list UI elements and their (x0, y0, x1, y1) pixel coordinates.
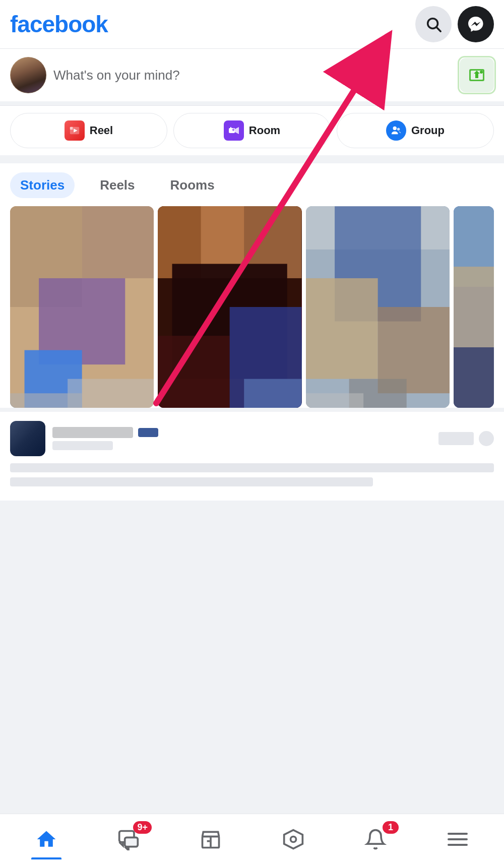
story-card-1[interactable] (10, 206, 154, 408)
story-card-3[interactable] (306, 206, 450, 408)
svg-rect-38 (454, 347, 494, 408)
header-icons (415, 6, 494, 42)
svg-point-4 (480, 71, 483, 74)
notifications-badge: 1 (383, 821, 399, 834)
svg-rect-34 (306, 393, 363, 408)
story-card-4[interactable] (454, 206, 494, 408)
section-divider-2 (0, 408, 504, 412)
group-button[interactable]: Group (337, 113, 494, 148)
svg-marker-9 (235, 127, 239, 134)
group-icon (386, 120, 406, 141)
stories-section: Stories Reels Rooms (0, 163, 504, 408)
svg-line-1 (437, 28, 440, 31)
svg-point-13 (397, 128, 400, 131)
bottom-nav: 9+ 1 (0, 814, 504, 864)
messages-badge: 9+ (133, 821, 152, 834)
section-divider-1 (0, 155, 504, 159)
post-subtitle-bar (52, 441, 113, 450)
svg-rect-37 (454, 267, 494, 347)
post-box: What's on your mind? (0, 49, 504, 101)
hamburger-icon (448, 833, 468, 846)
post-action-btn (438, 432, 474, 445)
nav-item-menu[interactable] (427, 819, 488, 859)
reel-label: Reel (90, 124, 113, 137)
nav-item-home[interactable] (16, 819, 77, 859)
svg-rect-31 (306, 278, 378, 379)
svg-text:+: + (232, 127, 235, 133)
svg-rect-42 (125, 837, 138, 846)
reel-icon (65, 120, 85, 141)
svg-rect-25 (158, 336, 230, 408)
post-header-1 (10, 421, 494, 456)
svg-rect-20 (10, 393, 82, 408)
post-content (10, 463, 494, 486)
post-badge (138, 428, 158, 437)
svg-rect-3 (471, 71, 483, 80)
search-button[interactable] (415, 6, 452, 42)
photo-video-button[interactable] (460, 58, 494, 92)
svg-rect-16 (82, 206, 154, 278)
room-label: Room (249, 124, 280, 137)
nav-item-messages[interactable]: 9+ (98, 819, 159, 859)
group-label: Group (411, 124, 445, 137)
svg-point-45 (290, 836, 296, 842)
tab-reels[interactable]: Reels (90, 172, 145, 198)
nav-active-indicator (31, 857, 61, 859)
post-actions-right (438, 431, 494, 446)
post-more-btn (479, 431, 494, 446)
messenger-button[interactable] (458, 6, 494, 42)
svg-marker-44 (284, 830, 302, 848)
facebook-logo: facebook (10, 13, 108, 36)
user-avatar (10, 57, 46, 93)
stories-grid (10, 206, 494, 408)
feed-post-1 (0, 412, 504, 501)
content-line-1 (10, 463, 494, 472)
content-line-2 (10, 477, 373, 486)
post-meta-1 (52, 427, 431, 450)
room-icon: + (224, 120, 244, 141)
post-avatar-1 (10, 421, 45, 456)
tab-rooms[interactable]: Rooms (160, 172, 225, 198)
post-input-row: What's on your mind? (10, 57, 494, 93)
post-name-bar (52, 427, 133, 438)
svg-point-12 (393, 127, 397, 130)
svg-rect-27 (244, 379, 302, 408)
post-placeholder[interactable]: What's on your mind? (53, 68, 453, 83)
reel-button[interactable]: Reel (10, 113, 167, 148)
actions-row: Reel + Room Group (0, 105, 504, 155)
nav-item-notifications[interactable]: 1 (345, 819, 406, 859)
svg-rect-2 (469, 69, 484, 81)
nav-item-marketplace[interactable] (180, 819, 241, 859)
story-card-2[interactable] (158, 206, 301, 408)
room-button[interactable]: + Room (173, 113, 331, 148)
svg-rect-7 (70, 127, 73, 130)
tab-stories[interactable]: Stories (10, 172, 75, 198)
nav-item-groups[interactable] (263, 819, 324, 859)
stories-tabs: Stories Reels Rooms (10, 172, 494, 198)
svg-point-0 (428, 19, 438, 29)
app-header: facebook (0, 0, 504, 49)
